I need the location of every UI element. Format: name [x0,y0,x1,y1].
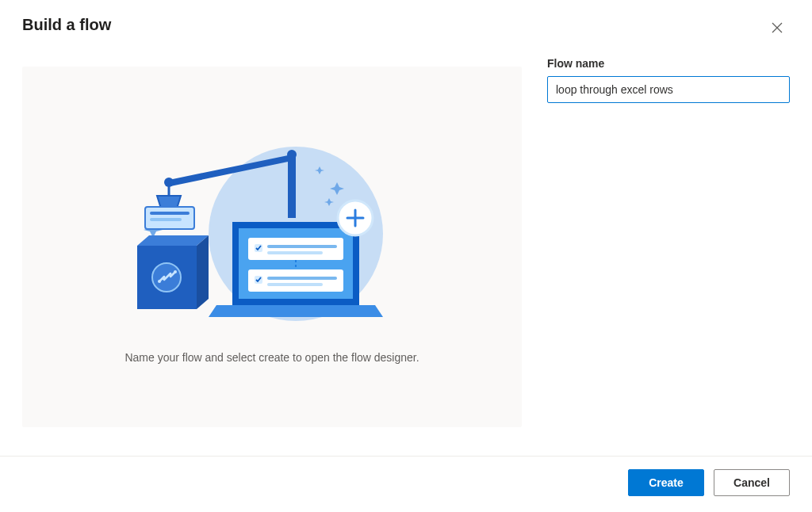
build-flow-dialog: Build a flow [0,0,812,512]
dialog-title: Build a flow [22,16,111,34]
illustration-panel: Name your flow and select create to open… [22,67,522,427]
dialog-footer: Create Cancel [0,456,812,512]
svg-point-22 [174,270,177,273]
flow-illustration [121,131,423,329]
close-icon [772,22,783,36]
svg-rect-32 [267,277,337,280]
create-button[interactable]: Create [628,469,704,496]
dialog-content: Name your flow and select create to open… [0,51,812,456]
svg-rect-8 [288,155,296,218]
svg-marker-25 [209,305,383,317]
svg-point-21 [158,280,161,283]
svg-marker-17 [137,235,209,246]
svg-rect-29 [267,251,323,254]
svg-rect-33 [267,283,323,286]
cancel-button[interactable]: Cancel [714,469,790,496]
dialog-header: Build a flow [0,0,812,51]
svg-rect-15 [150,218,182,221]
svg-marker-18 [197,235,209,309]
flow-name-label: Flow name [547,57,790,70]
form-panel: Flow name [547,51,790,456]
close-button[interactable] [764,16,790,41]
svg-rect-14 [150,212,190,215]
instruction-text: Name your flow and select create to open… [124,351,419,364]
flow-name-input[interactable] [547,76,790,103]
svg-rect-28 [267,245,337,248]
